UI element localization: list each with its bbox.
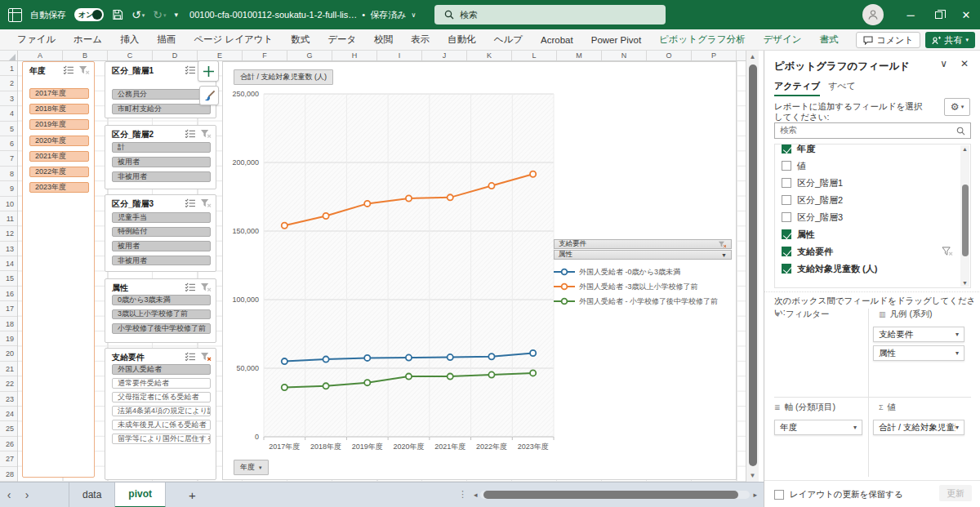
legend-entry[interactable]: 外国人受給者 - 小学校修了後中学校修了前 [554,294,732,309]
field-checkbox[interactable] [782,264,791,274]
restore-button[interactable] [924,0,952,29]
slicer-item[interactable]: 留学等により国外に居住する支... [112,434,211,444]
clear-filter-icon[interactable] [200,198,212,208]
column-header-K[interactable]: K [467,51,512,60]
slicer-item[interactable]: 外国人受給者 [112,364,211,375]
ribbon-tab-15[interactable]: 書式 [811,30,848,49]
row-header-26[interactable]: 26 [0,437,17,451]
minimize-button[interactable]: ─ [897,0,924,29]
hscroll-right-arrow[interactable]: ▸ [753,491,757,499]
column-header-H[interactable]: H [332,51,377,60]
slicer-item[interactable]: 2021年度 [29,151,89,162]
field-list-scrollbar[interactable]: ▲ ▼ [960,145,969,287]
column-header-P[interactable]: P [692,51,737,60]
legend-field-button-支給要件[interactable]: 支給要件 [554,239,732,249]
field-item-支給要件[interactable]: 支給要件 [782,243,953,260]
tab-active[interactable]: アクティブ [774,80,820,96]
ribbon-tab-13[interactable]: ピボットグラフ分析 [650,30,754,49]
defer-checkbox-box[interactable] [774,490,784,500]
area-item-支給要件[interactable]: 支給要件▾ [873,327,964,342]
row-header-3[interactable]: 3 [0,91,17,106]
ribbon-tab-2[interactable]: 挿入 [111,30,148,49]
select-all-corner[interactable] [0,51,18,61]
slicer-区分_階層2[interactable]: 区分_階層2計被用者非被用者 [105,125,216,189]
row-header-13[interactable]: 13 [0,242,17,256]
ribbon-tab-4[interactable]: ページ レイアウト [185,30,282,49]
slicer-item[interactable]: 法第4条第4項の規定により認... [112,406,211,416]
sheet-tab-pivot[interactable]: pivot [115,483,166,507]
ribbon-tab-8[interactable]: 表示 [402,30,439,49]
area-item-年度[interactable]: 年度▾ [774,420,862,435]
update-button[interactable]: 更新 [939,485,972,501]
clear-filter-icon[interactable] [200,352,212,362]
sheet-nav-next[interactable]: › [18,488,36,501]
column-header-D[interactable]: D [153,51,198,60]
vertical-scrollbar[interactable]: ▲ ▼ [746,51,759,482]
close-button[interactable]: ✕ [952,0,980,29]
horizontal-scrollbar[interactable] [480,491,750,499]
pane-close-icon[interactable]: ✕ [960,58,969,69]
row-header-10[interactable]: 10 [0,197,17,211]
multi-select-icon[interactable] [185,65,196,75]
ribbon-tab-1[interactable]: ホーム [65,30,111,49]
field-checkbox[interactable] [782,161,791,171]
row-header-23[interactable]: 23 [0,392,17,407]
chart-elements-plus-button[interactable] [198,60,219,82]
tab-all[interactable]: すべて [828,80,856,92]
column-header-E[interactable]: E [198,51,243,60]
column-header-L[interactable]: L [512,51,557,60]
multi-select-icon[interactable] [185,129,196,139]
excel-app-icon[interactable] [8,8,22,22]
row-header-6[interactable]: 6 [0,136,17,151]
row-header-2[interactable]: 2 [0,76,17,91]
sheet-tab-data[interactable]: data [69,483,115,507]
defer-layout-checkbox[interactable]: レイアウトの更新を保留する [774,489,903,500]
redo-button[interactable]: ↻▾ [153,9,166,20]
ribbon-tab-7[interactable]: 校閲 [365,30,402,49]
row-header-7[interactable]: 7 [0,151,17,166]
field-checkbox[interactable] [782,247,791,256]
slicer-支給要件[interactable]: 支給要件外国人受給者通常要件受給者父母指定者に係る受給者法第4条第4項の規定によ… [105,348,216,480]
row-header-18[interactable]: 18 [0,317,17,331]
slicer-item[interactable]: 2018年度 [29,104,89,114]
slicer-item[interactable]: 3歳以上小学校修了前 [112,309,211,320]
scroll-down-arrow[interactable]: ▼ [746,469,759,482]
field-list-scroll-thumb[interactable] [962,185,969,256]
row-header-14[interactable]: 14 [0,256,17,271]
column-header-B[interactable]: B [63,51,108,60]
row-header-21[interactable]: 21 [0,362,17,376]
slicer-item[interactable]: 被用者 [112,241,211,251]
column-header-M[interactable]: M [557,51,602,60]
field-checkbox[interactable] [782,144,791,153]
ribbon-tab-6[interactable]: データ [318,30,365,49]
slicer-item[interactable]: 0歳から3歳未満 [112,295,211,305]
field-checkbox[interactable] [782,178,791,188]
add-sheet-button[interactable]: + [189,488,196,502]
quick-access-chevron[interactable]: ▾ [175,11,179,19]
slicer-item[interactable]: 被用者 [112,157,211,167]
row-header-22[interactable]: 22 [0,376,17,391]
ribbon-tab-3[interactable]: 描画 [148,30,185,49]
field-checkbox[interactable] [782,212,791,222]
column-header-C[interactable]: C [108,51,153,60]
scroll-up-arrow[interactable]: ▲ [746,51,759,63]
chart-axis-field-button[interactable]: 年度▾ [234,460,269,475]
horizontal-scroll-thumb[interactable] [483,491,738,499]
slicer-item[interactable]: 市町村支給分 [112,104,211,114]
slicer-item[interactable]: 父母指定者に係る受給者 [112,392,211,402]
slicer-item[interactable]: 通常要件受給者 [112,378,211,389]
field-item-区分_階層2[interactable]: 区分_階層2 [782,192,953,208]
legend-entry[interactable]: 外国人受給者 -0歳から3歳未満 [554,265,732,279]
pivot-chart[interactable]: 050,000100,000150,000200,000250,0002017年… [222,61,737,480]
field-checkbox[interactable] [782,195,791,205]
column-header-J[interactable]: J [422,51,467,60]
save-icon[interactable] [112,9,123,20]
field-checkbox[interactable] [782,229,791,239]
field-item-区分_階層3[interactable]: 区分_階層3 [782,209,953,225]
row-header-16[interactable]: 16 [0,287,17,301]
row-header-8[interactable]: 8 [0,167,17,181]
saved-status-chevron[interactable]: ∨ [411,11,416,19]
slicer-item[interactable]: 2020年度 [29,136,89,146]
row-header-27[interactable]: 27 [0,451,17,466]
field-item-支給対象児童数 (人)[interactable]: 支給対象児童数 (人) [782,260,953,277]
